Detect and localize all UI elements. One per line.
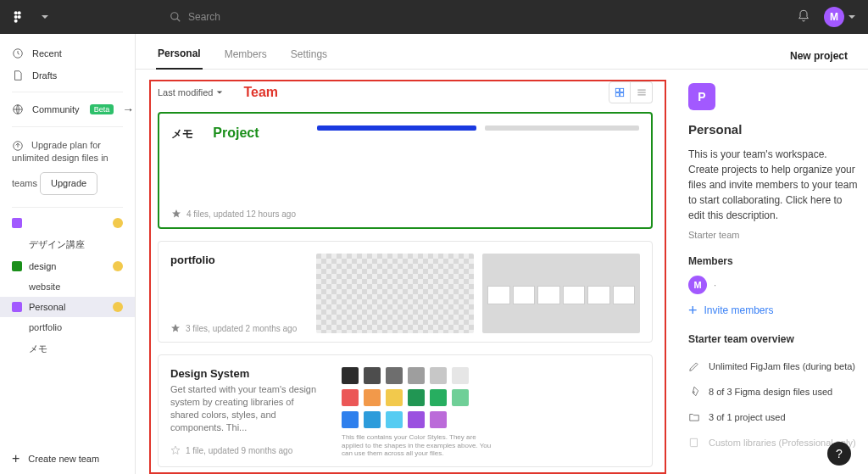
team-color-icon <box>12 218 22 228</box>
book-icon <box>688 437 700 449</box>
file-thumbnail-1[interactable] <box>482 254 640 333</box>
file-thumbnail-0[interactable]: File <box>317 125 476 131</box>
project-card-portfolio[interactable]: portfolio 3 files, updated 2 months ago <box>158 241 653 343</box>
team-description[interactable]: This is your team's workspace. Create pr… <box>688 147 858 223</box>
project-meta: 3 files, updated 2 months ago <box>186 324 297 333</box>
sort-dropdown[interactable]: Last modified <box>158 87 223 98</box>
tab-members[interactable]: Members <box>223 43 269 69</box>
file-thumbnail-1[interactable] <box>485 125 639 131</box>
sidebar-project-0-0[interactable]: デザイン講座 <box>0 233 135 256</box>
team-name-heading: Personal <box>688 122 858 137</box>
team-color-icon <box>12 261 22 271</box>
file-icon <box>12 70 24 81</box>
sidebar-community[interactable]: Community Beta → <box>0 98 135 121</box>
plus-icon: + <box>688 303 698 318</box>
star-icon[interactable] <box>170 323 181 333</box>
svg-rect-10 <box>615 88 619 92</box>
label: Invite members <box>704 304 774 316</box>
invite-members-button[interactable]: + Invite members <box>688 303 858 318</box>
project-meta: 4 files, updated 12 hours ago <box>186 209 296 219</box>
right-panel: P Personal This is your team's workspace… <box>675 70 868 474</box>
starter-team-label: Starter team <box>688 230 858 240</box>
svg-point-4 <box>14 20 18 23</box>
sort-label: Last modified <box>158 87 213 98</box>
project-card-design-system[interactable]: Design System Get started with your team… <box>158 354 653 467</box>
members-heading: Members <box>688 255 858 267</box>
color-swatch <box>364 367 381 384</box>
chevron-down-icon <box>848 13 856 21</box>
pen-nib-icon <box>688 386 700 398</box>
bell-icon <box>797 9 810 23</box>
color-swatch <box>364 411 381 428</box>
new-project-button[interactable]: New project <box>790 50 848 62</box>
color-swatch <box>386 389 403 406</box>
plus-icon: + <box>12 452 19 466</box>
beta-badge: Beta <box>90 104 114 114</box>
sidebar-project-2-1[interactable]: メモ <box>0 337 135 360</box>
sidebar-team-2[interactable]: Personal <box>0 297 135 317</box>
swatch-note: This file contains your Color Styles. Th… <box>342 433 494 458</box>
team-name: design <box>29 261 56 271</box>
tab-personal[interactable]: Personal <box>156 42 203 70</box>
member-row[interactable]: M · <box>688 276 858 294</box>
svg-point-5 <box>171 13 178 20</box>
overview-item-2: 3 of 1 project used <box>688 404 858 430</box>
tab-settings[interactable]: Settings <box>289 43 329 69</box>
globe-icon <box>12 103 24 115</box>
star-outline-icon[interactable] <box>170 445 181 455</box>
svg-point-1 <box>18 11 21 14</box>
figma-logo-icon <box>12 10 25 24</box>
svg-rect-12 <box>615 93 619 97</box>
svg-point-3 <box>18 15 21 19</box>
sidebar: Recent Drafts Community Beta → Upgrade p… <box>0 34 136 474</box>
color-swatch <box>342 367 359 384</box>
sidebar-team-1[interactable]: design <box>0 256 135 276</box>
star-icon[interactable] <box>171 209 181 219</box>
color-swatch <box>386 367 403 384</box>
project-title: portfolio <box>170 254 215 266</box>
tabs: Personal Members Settings New project <box>136 34 868 70</box>
chevron-down-icon <box>41 13 49 21</box>
create-new-team[interactable]: + Create new team <box>0 443 135 474</box>
svg-point-17 <box>693 392 695 393</box>
sidebar-team-0[interactable] <box>0 213 135 233</box>
search-input[interactable]: Search <box>136 11 797 23</box>
project-title: Design System <box>170 367 249 380</box>
search-icon <box>170 11 181 23</box>
upgrade-button[interactable]: Upgrade <box>40 172 97 195</box>
topbar: Search M <box>0 0 868 34</box>
label: Create new team <box>28 454 99 464</box>
color-swatch <box>452 367 469 384</box>
overview-item-1: 8 of 3 Figma design files used <box>688 379 858 404</box>
annotation-project-label: Project <box>213 125 259 140</box>
swatches-thumbnail[interactable] <box>342 367 486 428</box>
project-meta: 1 file, updated 9 months ago <box>186 446 292 455</box>
upgrade-icon <box>12 140 24 152</box>
svg-point-0 <box>14 11 18 14</box>
account-menu[interactable]: M <box>824 7 856 27</box>
member-name: · <box>714 280 716 290</box>
help-button[interactable]: ? <box>827 442 851 466</box>
notifications-button[interactable] <box>797 9 810 25</box>
sidebar-recent[interactable]: Recent <box>0 42 135 64</box>
grid-icon <box>614 86 626 98</box>
workspace-switcher[interactable] <box>34 13 136 21</box>
project-card-memo[interactable]: メモ Project 4 files, updated 12 hours ago… <box>158 112 653 229</box>
team-chip: P <box>688 83 715 110</box>
project-title: メモ <box>171 127 193 140</box>
view-grid-button[interactable] <box>609 81 631 103</box>
sidebar-project-2-0[interactable]: portfolio <box>0 317 135 337</box>
color-swatch <box>342 389 359 406</box>
color-swatch <box>408 389 425 406</box>
color-swatch <box>408 367 425 384</box>
svg-rect-11 <box>620 88 624 92</box>
sidebar-project-1-0[interactable]: website <box>0 276 135 297</box>
label: Drafts <box>32 70 57 81</box>
view-list-button[interactable] <box>631 81 653 103</box>
overview-item-0: Unlimited FigJam files (during beta) <box>688 354 858 379</box>
avatar: M <box>824 7 844 27</box>
file-thumbnail-0[interactable] <box>316 254 474 333</box>
clock-icon <box>12 47 24 59</box>
sidebar-drafts[interactable]: Drafts <box>0 64 135 86</box>
color-swatch <box>430 367 447 384</box>
